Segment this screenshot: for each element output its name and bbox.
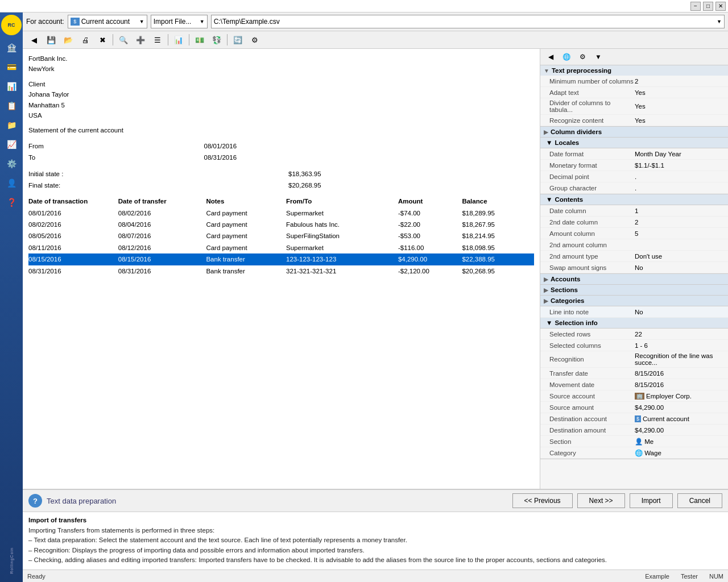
transactions-table: Date of transaction Date of transfer Not… bbox=[28, 196, 534, 277]
date-format-value: Month Day Year bbox=[635, 151, 725, 157]
import-button[interactable]: Import bbox=[630, 493, 673, 508]
swap-amount-signs-value: No bbox=[635, 264, 725, 271]
selection-info-expand-icon: ▼ bbox=[546, 319, 552, 326]
minimize-button[interactable]: − bbox=[690, 2, 701, 11]
money-button[interactable]: 💵 bbox=[192, 32, 208, 47]
sidebar-item-2[interactable]: 💳 bbox=[2, 58, 20, 76]
categories-header[interactable]: ▶ Categories bbox=[540, 296, 728, 306]
2nd-amount-type-label: 2nd amount type bbox=[549, 253, 635, 260]
text-preprocessing-header[interactable]: ▼ Text preprocessing bbox=[540, 65, 728, 76]
import-dropdown-arrow-icon: ▼ bbox=[200, 19, 205, 24]
text-preprocessing-label: Text preprocessing bbox=[552, 67, 611, 74]
cell-amount: $4,290.00 bbox=[398, 253, 462, 265]
source-account-value: 🏢Employer Corp. bbox=[635, 392, 725, 400]
add-button[interactable]: ➕ bbox=[133, 32, 148, 47]
sections-header[interactable]: ▶ Sections bbox=[540, 285, 728, 295]
filepath-dropdown[interactable]: C:\Temp\Example.csv ▼ bbox=[211, 15, 725, 28]
table-row[interactable]: 08/05/2016 08/07/2016 Card payment Super… bbox=[28, 230, 534, 242]
cell-amount: -$116.00 bbox=[398, 242, 462, 253]
sidebar-item-9[interactable]: ❓ bbox=[2, 193, 20, 211]
right-panel: ◀ 🌐 ⚙ ▼ ▼ Text preprocessing Minimum num… bbox=[540, 49, 728, 489]
refresh-button[interactable]: 🔄 bbox=[230, 32, 246, 47]
sidebar-item-6[interactable]: 📈 bbox=[2, 135, 20, 153]
divider-label: Divider of columns to tabula... bbox=[549, 99, 635, 113]
cancel-button[interactable]: Cancel bbox=[677, 493, 722, 508]
text-panel[interactable]: FortBank Inc. NewYork Client Johana Tayl… bbox=[23, 49, 540, 489]
right-panel-toolbar: ◀ 🌐 ⚙ ▼ bbox=[540, 49, 728, 65]
from-label: From bbox=[28, 140, 204, 152]
locales-header[interactable]: ▼ Locales bbox=[540, 138, 728, 148]
text-content: FortBank Inc. NewYork Client Johana Tayl… bbox=[23, 49, 540, 281]
table-row[interactable]: 08/01/2016 08/02/2016 Card payment Super… bbox=[28, 207, 534, 219]
cell-date-transfer: 08/12/2016 bbox=[118, 242, 206, 253]
right-dropdown-button[interactable]: ▼ bbox=[592, 51, 605, 63]
open-button[interactable]: 📂 bbox=[60, 32, 76, 47]
selection-info-header[interactable]: ▼ Selection info bbox=[540, 318, 728, 329]
next-button[interactable]: Next >> bbox=[577, 493, 625, 508]
col-amount: Amount bbox=[398, 196, 462, 207]
selected-rows-value: 22 bbox=[635, 331, 725, 338]
back-nav-button[interactable]: ◀ bbox=[544, 51, 557, 63]
cell-from-to: Fabulous hats Inc. bbox=[286, 219, 398, 230]
app-container: RC 🏦 💳 📊 📋 📁 📈 ⚙️ 👤 ❓ RollingCoin For ac… bbox=[0, 13, 728, 582]
cell-from-to: Supermarket bbox=[286, 242, 398, 253]
import-dropdown[interactable]: Import File... ▼ bbox=[151, 15, 208, 28]
second-toolbar: ◀ 💾 📂 🖨 ✖ 🔍 ➕ ☰ 📊 💵 💱 🔄 ⚙ bbox=[23, 31, 728, 49]
close-button[interactable]: ✕ bbox=[715, 2, 726, 11]
chart-button[interactable]: 📊 bbox=[171, 32, 187, 47]
sidebar: RC 🏦 💳 📊 📋 📁 📈 ⚙️ 👤 ❓ RollingCoin bbox=[0, 13, 23, 582]
recognize-value: Yes bbox=[635, 117, 725, 124]
swap-amount-signs-label: Swap amount signs bbox=[549, 264, 635, 271]
status-bar: Ready Example Tester NUM bbox=[23, 569, 728, 582]
list-button[interactable]: ☰ bbox=[150, 32, 166, 47]
destination-amount-value: $4,290.00 bbox=[635, 427, 725, 434]
table-row-selected[interactable]: 08/15/2016 08/15/2016 Bank transfer 123-… bbox=[28, 253, 534, 265]
maximize-button[interactable]: □ bbox=[703, 2, 713, 11]
previous-button[interactable]: << Previous bbox=[512, 493, 573, 508]
contents-header[interactable]: ▼ Contents bbox=[540, 194, 728, 205]
sidebar-item-8[interactable]: 👤 bbox=[2, 174, 20, 192]
sidebar-item-3[interactable]: 📊 bbox=[2, 77, 20, 95]
delete-button[interactable]: ✖ bbox=[94, 32, 110, 47]
movement-date-row: Movement date 8/15/2016 bbox=[540, 379, 728, 390]
print-button[interactable]: 🖨 bbox=[77, 32, 93, 47]
section-label: Section bbox=[549, 438, 635, 445]
2nd-date-column-row: 2nd date column 2 bbox=[540, 217, 728, 228]
back-button[interactable]: ◀ bbox=[26, 32, 42, 47]
settings-button[interactable]: ⚙ bbox=[247, 32, 263, 47]
sidebar-item-7[interactable]: ⚙️ bbox=[2, 155, 20, 173]
2nd-date-column-label: 2nd date column bbox=[549, 219, 635, 226]
cell-date-transfer: 08/04/2016 bbox=[118, 219, 206, 230]
right-settings-button[interactable]: ⚙ bbox=[576, 51, 589, 63]
sidebar-item-5[interactable]: 📁 bbox=[2, 116, 20, 134]
transfer-date-value: 8/15/2016 bbox=[635, 370, 725, 377]
adapt-text-label: Adapt text bbox=[549, 89, 635, 96]
search-button[interactable]: 🔍 bbox=[115, 32, 131, 47]
decimal-point-value: . bbox=[635, 173, 725, 180]
table-row[interactable]: 08/11/2016 08/12/2016 Card payment Super… bbox=[28, 242, 534, 253]
2nd-amount-column-row: 2nd amount column bbox=[540, 239, 728, 251]
account-dropdown[interactable]: $ Current account ▼ bbox=[68, 15, 147, 28]
table-row[interactable]: 08/02/2016 08/04/2016 Card payment Fabul… bbox=[28, 219, 534, 230]
sidebar-item-4[interactable]: 📋 bbox=[2, 97, 20, 115]
globe-button[interactable]: 🌐 bbox=[560, 51, 573, 63]
sections-label: Sections bbox=[551, 286, 578, 293]
source-amount-row: Source amount $4,290.00 bbox=[540, 402, 728, 413]
column-dividers-header[interactable]: ▶ Column dividers bbox=[540, 127, 728, 137]
save-button[interactable]: 💾 bbox=[43, 32, 59, 47]
amount-column-row: Amount column 5 bbox=[540, 228, 728, 239]
transfer-button[interactable]: 💱 bbox=[209, 32, 225, 47]
account-icon: $ bbox=[71, 18, 80, 26]
table-row[interactable]: 08/31/2016 08/31/2016 Bank transfer 321-… bbox=[28, 265, 534, 277]
text-preprocessing-section: ▼ Text preprocessing Minimum number of c… bbox=[540, 65, 728, 127]
wizard-bar: ? Text data preparation << Previous Next… bbox=[23, 489, 728, 512]
cell-balance: $18,267.95 bbox=[462, 219, 534, 230]
divider-row: Divider of columns to tabula... Yes bbox=[540, 98, 728, 115]
group-character-label: Group character bbox=[549, 185, 635, 192]
accounts-header[interactable]: ▶ Accounts bbox=[540, 274, 728, 284]
2nd-amount-type-value: Don't use bbox=[635, 253, 725, 260]
country: USA bbox=[28, 110, 534, 120]
info-line-3: – Recognition: Displays the progress of … bbox=[28, 546, 722, 555]
sidebar-item-1[interactable]: 🏦 bbox=[2, 39, 20, 57]
separator-4 bbox=[227, 34, 228, 45]
